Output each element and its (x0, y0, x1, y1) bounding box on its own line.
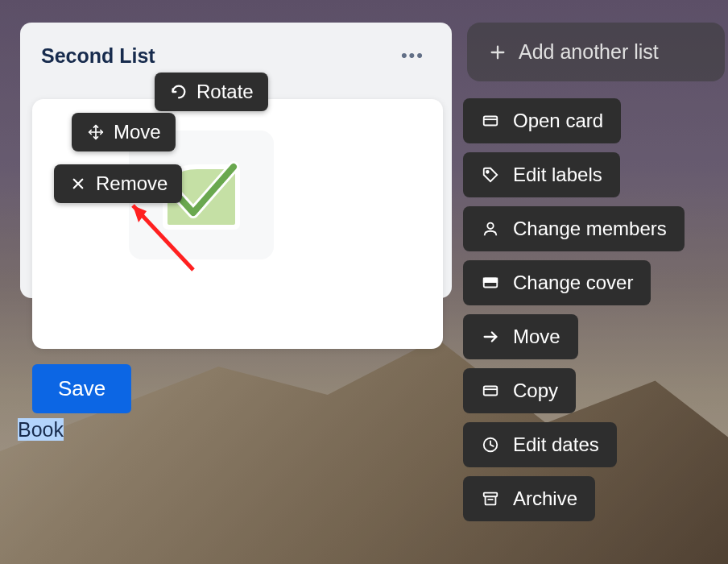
list-menu-button[interactable]: ••• (395, 42, 431, 69)
svg-rect-11 (484, 493, 498, 497)
open-card-button[interactable]: Open card (463, 98, 621, 143)
member-icon (481, 219, 500, 238)
svg-rect-2 (484, 117, 498, 126)
copy-card-button[interactable]: Copy (463, 368, 576, 413)
archive-card-button[interactable]: Archive (463, 476, 595, 521)
action-label: Change members (513, 218, 667, 240)
card-action-menu: Open card Edit labels Change members Cha… (463, 98, 685, 521)
action-label: Edit dates (513, 433, 599, 456)
rotate-icon (169, 82, 188, 102)
svg-rect-8 (484, 387, 498, 396)
rotate-sticker-button[interactable]: Rotate (155, 73, 268, 111)
action-label: Change cover (513, 272, 633, 294)
card-icon (481, 111, 500, 131)
change-cover-button[interactable]: Change cover (463, 260, 651, 305)
archive-icon (481, 489, 500, 508)
rotate-label: Rotate (196, 81, 254, 103)
list-title: Second List (41, 44, 155, 68)
svg-rect-7 (484, 279, 498, 283)
label-icon (481, 165, 500, 185)
card-text[interactable]: Book (18, 418, 64, 442)
action-label: Copy (513, 379, 558, 402)
move-sticker-button[interactable]: Move (72, 113, 176, 151)
svg-point-5 (487, 223, 493, 229)
action-label: Archive (513, 487, 577, 510)
dates-icon (481, 435, 500, 454)
remove-label: Remove (96, 172, 168, 195)
plus-icon (488, 43, 507, 62)
edit-labels-button[interactable]: Edit labels (463, 152, 620, 197)
cover-icon (481, 273, 500, 292)
move-label: Move (114, 121, 161, 143)
save-button[interactable]: Save (32, 364, 131, 413)
edit-dates-button[interactable]: Edit dates (463, 422, 617, 467)
move-icon (86, 122, 105, 142)
move-card-button[interactable]: Move (463, 314, 578, 359)
copy-icon (481, 381, 500, 400)
action-label: Move (513, 326, 560, 348)
action-label: Edit labels (513, 164, 602, 186)
add-list-label: Add another list (519, 40, 659, 64)
remove-icon (68, 174, 88, 193)
action-label: Open card (513, 110, 603, 132)
add-another-list-button[interactable]: Add another list (467, 23, 725, 81)
svg-point-4 (486, 171, 489, 173)
change-members-button[interactable]: Change members (463, 206, 685, 251)
move-icon (481, 327, 500, 346)
remove-sticker-button[interactable]: Remove (54, 164, 182, 203)
